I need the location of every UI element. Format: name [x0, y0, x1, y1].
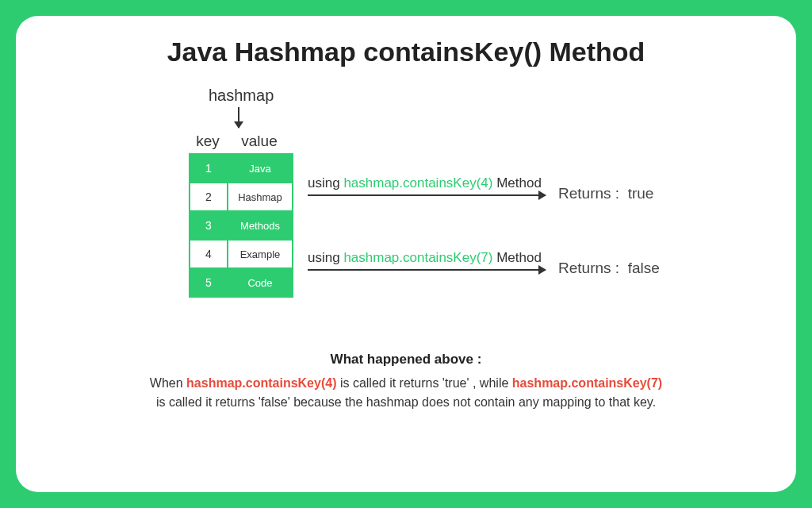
arrow-right-icon	[308, 269, 546, 271]
key-cell: 5	[190, 268, 228, 297]
method2-suffix: Method	[492, 250, 541, 265]
returns1-label: Returns :	[558, 185, 619, 202]
page-title: Java Hashmap containsKey() Method	[54, 37, 758, 67]
explain-post: is called it returns 'false' because the…	[156, 395, 656, 409]
column-headers: key value	[189, 133, 292, 150]
table-row: 4Example	[190, 240, 293, 268]
method1-call: hashmap.containsKey(4)	[343, 175, 492, 190]
value-cell: Java	[228, 154, 293, 183]
value-cell: Hashmap	[228, 183, 293, 211]
value-cell: Example	[228, 240, 293, 268]
key-cell: 2	[190, 183, 228, 211]
returns1-value: true	[628, 185, 654, 202]
table-row: 3Methods	[190, 211, 293, 240]
explanation: What happened above : When hashmap.conta…	[54, 352, 758, 412]
value-header: value	[227, 133, 292, 150]
table-row: 5Code	[190, 268, 293, 297]
returns2-value: false	[628, 260, 660, 276]
returns-2: Returns : false	[558, 260, 660, 277]
explain-pre: When	[150, 376, 186, 390]
table-row: 2Hashmap	[190, 183, 293, 211]
explanation-header: What happened above :	[54, 352, 758, 368]
card: Java Hashmap containsKey() Method hashma…	[16, 16, 796, 492]
hashtable: 1Java2Hashmap3Methods4Example5Code	[189, 153, 293, 298]
table-row: 1Java	[190, 154, 293, 183]
key-header: key	[189, 133, 227, 150]
explain-call1: hashmap.containsKey(4)	[186, 376, 336, 390]
method1-prefix: using	[308, 175, 343, 190]
arrow-down-icon	[238, 107, 239, 128]
arrow-right-icon	[308, 194, 546, 196]
method-call-2: using hashmap.containsKey(7) Method	[308, 250, 542, 266]
method2-call: hashmap.containsKey(7)	[343, 250, 492, 265]
key-cell: 4	[190, 240, 228, 268]
explain-mid: is called it returns 'true' , while	[336, 376, 511, 390]
hashmap-label: hashmap	[209, 87, 274, 105]
explain-call2: hashmap.containsKey(7)	[512, 376, 662, 390]
diagram: hashmap key value 1Java2Hashmap3Methods4…	[54, 83, 758, 337]
value-cell: Methods	[228, 211, 293, 240]
returns2-label: Returns :	[558, 260, 619, 276]
method1-suffix: Method	[492, 175, 541, 190]
returns-1: Returns : true	[558, 185, 653, 202]
method2-prefix: using	[308, 250, 343, 265]
explanation-body: When hashmap.containsKey(4) is called it…	[54, 374, 758, 412]
method-call-1: using hashmap.containsKey(4) Method	[308, 175, 542, 191]
key-cell: 1	[190, 154, 228, 183]
key-cell: 3	[190, 211, 228, 240]
value-cell: Code	[228, 268, 293, 297]
